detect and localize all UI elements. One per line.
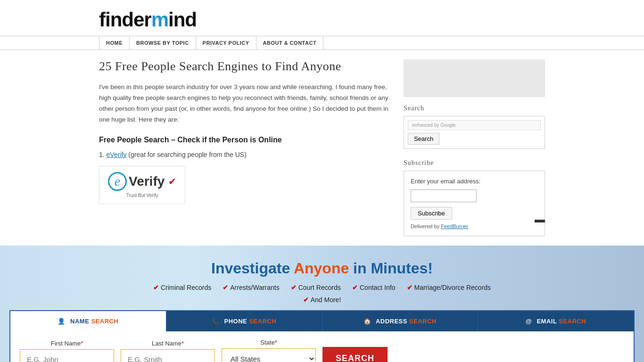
sidebar-search-button[interactable]: Search [408,133,439,145]
nav-about[interactable]: ABOUT & CONTACT [256,36,324,49]
page-title: 25 Free People Search Engines to Find An… [99,59,389,74]
everify-badge: e Verify ✔ [108,172,176,191]
sidebar-subscribe-title: Subscribe [404,159,545,167]
subscribe-button[interactable]: Subscribe [411,207,452,220]
everify-link[interactable]: eVerify [107,151,127,158]
feedburner-link[interactable]: FeedBurner [441,223,468,229]
banner-checks-row2: ✔And More! [9,296,635,304]
home-icon: 🏠 [363,318,372,325]
check-marriage: ✔Marriage/Divorce Records [407,284,491,291]
nav-home[interactable]: HOME [99,36,130,49]
phone-icon: 📞 [212,318,220,325]
sidebar-search-box: enhanced by Google Search [404,116,545,149]
logo-highlight: m [151,8,168,31]
sidebar-ad [404,59,545,97]
logo-prefix: finder [99,8,151,31]
state-group: State* All States [222,339,316,362]
everify-logo-box: e Verify ✔ Trust But Verify [99,166,185,204]
banner-title-prefix: Investigate [211,260,294,277]
email-label: Enter your email address: [411,178,538,185]
nav-privacy[interactable]: PRIVACY POLICY [196,36,256,49]
tab-email-search[interactable]: @ EMAIL SEARCH [478,311,634,331]
search-form: First Name* Last Name* State* All States [10,331,634,362]
main-nav: HOME BROWSE BY TOPIC PRIVACY POLICY ABOU… [0,36,644,50]
check-more: ✔And More! [303,296,341,304]
subscribe-box: Enter your email address: Subscribe Deli… [404,171,545,236]
banner-title-highlight: Anyone [294,260,349,277]
email-input[interactable] [411,189,477,202]
tab-name-search[interactable]: 👤 NAME SEARCH [10,311,166,331]
everify-tagline: Trust But Verify [126,193,158,198]
intro-paragraph: I've been in this people search industry… [99,82,389,125]
tab-phone-search[interactable]: 📞 PHONE SEARCH [166,311,322,331]
section-1-title: Free People Search – Check if the Person… [99,136,389,144]
nav-browse[interactable]: BROWSE BY TOPIC [129,36,196,49]
everify-checkmark-icon: ✔ [168,176,176,187]
hamburger-menu[interactable] [535,220,545,222]
last-name-input[interactable] [121,349,215,362]
tab-email-label: EMAIL SEARCH [537,318,586,325]
search-tab-bar: 👤 NAME SEARCH 📞 PHONE SEARCH 🏠 ADDRESS S… [10,311,634,331]
banner-title-suffix: in Minutes! [349,260,433,277]
google-label: enhanced by Google [408,120,541,130]
check-criminal: ✔Criminal Records [153,284,211,291]
form-row: First Name* Last Name* State* All States [20,339,624,362]
site-logo[interactable]: findermind [99,8,644,31]
logo-suffix: ind [168,8,197,31]
tab-name-label: NAME SEARCH [70,318,118,325]
first-name-group: First Name* [20,340,114,362]
person-icon: 👤 [58,318,66,325]
first-name-input[interactable] [20,349,114,362]
state-select[interactable]: All States [222,348,316,362]
search-submit-button[interactable]: SEARCH [322,347,388,362]
check-court: ✔Court Records [291,284,341,291]
feedburner-text: Delivered by FeedBurner [411,223,538,229]
banner-checks: ✔Criminal Records ✔Arrests/Warrants ✔Cou… [9,284,635,291]
at-icon: @ [526,318,532,325]
tab-address-search[interactable]: 🏠 ADDRESS SEARCH [322,311,479,331]
state-label: State* [222,339,316,346]
investigate-banner: Investigate Anyone in Minutes! ✔Criminal… [0,246,644,362]
list-item-1-text: (great for searching people from the US) [126,151,246,158]
last-name-label: Last Name* [121,340,215,347]
first-name-label: First Name* [20,340,114,347]
tab-address-label: ADDRESS SEARCH [376,318,437,325]
sidebar-search-title: Search [404,105,545,112]
banner-title: Investigate Anyone in Minutes! [9,260,635,277]
check-arrests: ✔Arrests/Warrants [223,284,280,291]
tab-phone-label: PHONE SEARCH [224,318,277,325]
list-item-1: 1. eVerify (great for searching people f… [99,151,389,158]
everify-e-icon: e [108,172,127,191]
last-name-group: Last Name* [121,340,215,362]
search-widget: 👤 NAME SEARCH 📞 PHONE SEARCH 🏠 ADDRESS S… [9,310,635,362]
everify-verify-text: Verify [129,174,165,189]
check-contact: ✔Contact Info [352,284,396,291]
